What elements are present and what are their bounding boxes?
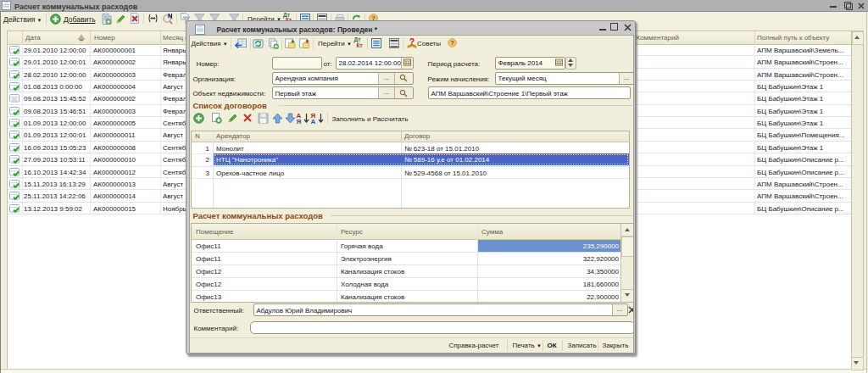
- svg-text:?: ?: [450, 39, 454, 47]
- svg-text:?: ?: [409, 37, 415, 47]
